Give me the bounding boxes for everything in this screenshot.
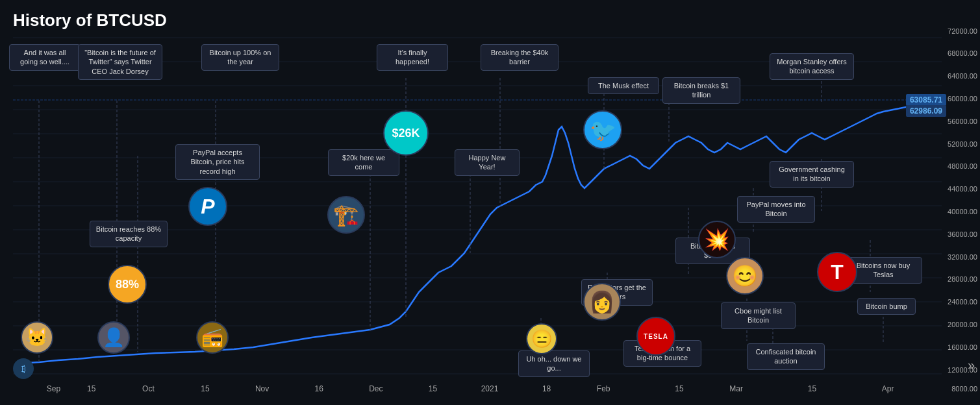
m-sky: 🏗️ (327, 196, 365, 234)
m-88: 88% (108, 265, 147, 304)
ann-8: $20k here we come (328, 149, 399, 176)
m-twitter: 🐦 (583, 110, 622, 149)
ann-16: PayPal moves into Bitcoin (737, 196, 815, 223)
ann-9: Happy New Year! (455, 149, 520, 176)
ann-7: Breaking the $40k barrier (481, 44, 559, 71)
ann-22: Confiscated bitcoin auction (747, 343, 825, 370)
watermark-logo: ₿ (13, 358, 34, 379)
m-spark: 💥 (698, 221, 736, 258)
ann-10: The Musk effect (588, 77, 659, 94)
m-oct: 👤 (97, 321, 130, 354)
price-label-high: 63085.71 (906, 94, 946, 106)
chart-container: History of BTCUSD 72000.0068000.0064000.… (0, 0, 980, 405)
m-radio: 📻 (196, 321, 229, 354)
nav-arrow-right[interactable]: » (968, 358, 975, 373)
m-woman: 😊 (726, 257, 764, 295)
m-paypal: P (188, 187, 227, 226)
ann-11: Bitcoin breaks $1 trillion (662, 77, 740, 104)
m-tesla-big: T (817, 252, 857, 292)
ann-5: Bitcoin reaches 88% capacity (90, 221, 168, 247)
ann-4: PayPal accepts Bitcoin, price hits recor… (175, 144, 260, 180)
ann-17: Cboe might list Bitcoin (721, 302, 796, 329)
ann-3: Bitcoin up 100% on the year (201, 44, 279, 71)
ann-13: Uh oh... down we go... (518, 350, 590, 377)
ann-19: Government cashing in its bitcoin (770, 161, 854, 188)
ann-2: "Bitcoin is the future of Twitter" says … (78, 44, 162, 80)
ann-6: It's finally happened! (377, 44, 448, 71)
m-tesla-small: TESLA (636, 317, 675, 356)
m-sep: 🐱 (21, 321, 53, 354)
m-26k: $26K (383, 110, 429, 156)
ann-21: Bitcoin bump (857, 298, 916, 315)
ann-18: Morgan Stanley offers bitcoin access (770, 53, 854, 80)
m-frown: 😑 (526, 323, 557, 354)
m-yellen: 👩 (583, 283, 621, 321)
price-label-low: 62986.09 (906, 105, 946, 117)
ann-1: And it was all going so well.... (9, 44, 81, 71)
